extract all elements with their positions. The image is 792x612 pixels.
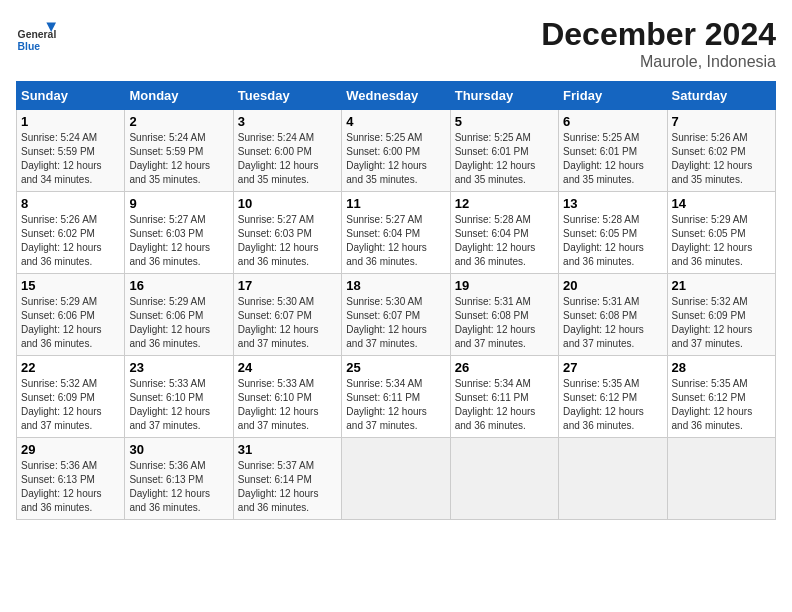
calendar-week-1: 1Sunrise: 5:24 AM Sunset: 5:59 PM Daylig… xyxy=(17,110,776,192)
days-of-week-row: SundayMondayTuesdayWednesdayThursdayFrid… xyxy=(17,82,776,110)
svg-text:Blue: Blue xyxy=(18,41,41,52)
svg-text:General: General xyxy=(18,29,56,40)
day-info: Sunrise: 5:33 AM Sunset: 6:10 PM Dayligh… xyxy=(129,377,228,433)
day-number: 23 xyxy=(129,360,228,375)
calendar-cell: 2Sunrise: 5:24 AM Sunset: 5:59 PM Daylig… xyxy=(125,110,233,192)
day-info: Sunrise: 5:35 AM Sunset: 6:12 PM Dayligh… xyxy=(563,377,662,433)
day-info: Sunrise: 5:27 AM Sunset: 6:04 PM Dayligh… xyxy=(346,213,445,269)
day-info: Sunrise: 5:32 AM Sunset: 6:09 PM Dayligh… xyxy=(21,377,120,433)
calendar-cell: 3Sunrise: 5:24 AM Sunset: 6:00 PM Daylig… xyxy=(233,110,341,192)
day-number: 10 xyxy=(238,196,337,211)
day-number: 14 xyxy=(672,196,771,211)
day-number: 15 xyxy=(21,278,120,293)
day-number: 27 xyxy=(563,360,662,375)
day-info: Sunrise: 5:26 AM Sunset: 6:02 PM Dayligh… xyxy=(21,213,120,269)
calendar-cell: 14Sunrise: 5:29 AM Sunset: 6:05 PM Dayli… xyxy=(667,192,775,274)
calendar-cell: 9Sunrise: 5:27 AM Sunset: 6:03 PM Daylig… xyxy=(125,192,233,274)
calendar-cell: 1Sunrise: 5:24 AM Sunset: 5:59 PM Daylig… xyxy=(17,110,125,192)
day-info: Sunrise: 5:36 AM Sunset: 6:13 PM Dayligh… xyxy=(129,459,228,515)
day-number: 29 xyxy=(21,442,120,457)
day-info: Sunrise: 5:26 AM Sunset: 6:02 PM Dayligh… xyxy=(672,131,771,187)
calendar-cell: 22Sunrise: 5:32 AM Sunset: 6:09 PM Dayli… xyxy=(17,356,125,438)
day-info: Sunrise: 5:24 AM Sunset: 6:00 PM Dayligh… xyxy=(238,131,337,187)
calendar-week-4: 22Sunrise: 5:32 AM Sunset: 6:09 PM Dayli… xyxy=(17,356,776,438)
day-number: 12 xyxy=(455,196,554,211)
day-number: 2 xyxy=(129,114,228,129)
day-number: 11 xyxy=(346,196,445,211)
day-number: 9 xyxy=(129,196,228,211)
calendar-cell: 6Sunrise: 5:25 AM Sunset: 6:01 PM Daylig… xyxy=(559,110,667,192)
day-info: Sunrise: 5:27 AM Sunset: 6:03 PM Dayligh… xyxy=(238,213,337,269)
day-number: 13 xyxy=(563,196,662,211)
calendar-body: 1Sunrise: 5:24 AM Sunset: 5:59 PM Daylig… xyxy=(17,110,776,520)
calendar-cell: 16Sunrise: 5:29 AM Sunset: 6:06 PM Dayli… xyxy=(125,274,233,356)
day-info: Sunrise: 5:25 AM Sunset: 6:01 PM Dayligh… xyxy=(563,131,662,187)
day-info: Sunrise: 5:25 AM Sunset: 6:01 PM Dayligh… xyxy=(455,131,554,187)
day-info: Sunrise: 5:29 AM Sunset: 6:06 PM Dayligh… xyxy=(21,295,120,351)
calendar-cell: 29Sunrise: 5:36 AM Sunset: 6:13 PM Dayli… xyxy=(17,438,125,520)
day-info: Sunrise: 5:28 AM Sunset: 6:04 PM Dayligh… xyxy=(455,213,554,269)
day-info: Sunrise: 5:24 AM Sunset: 5:59 PM Dayligh… xyxy=(21,131,120,187)
day-info: Sunrise: 5:34 AM Sunset: 6:11 PM Dayligh… xyxy=(346,377,445,433)
page-title: December 2024 xyxy=(541,16,776,53)
title-block: December 2024 Maurole, Indonesia xyxy=(541,16,776,71)
page-subtitle: Maurole, Indonesia xyxy=(541,53,776,71)
calendar-cell: 26Sunrise: 5:34 AM Sunset: 6:11 PM Dayli… xyxy=(450,356,558,438)
day-number: 17 xyxy=(238,278,337,293)
day-number: 20 xyxy=(563,278,662,293)
day-number: 4 xyxy=(346,114,445,129)
day-info: Sunrise: 5:30 AM Sunset: 6:07 PM Dayligh… xyxy=(238,295,337,351)
calendar-cell: 31Sunrise: 5:37 AM Sunset: 6:14 PM Dayli… xyxy=(233,438,341,520)
calendar-cell: 13Sunrise: 5:28 AM Sunset: 6:05 PM Dayli… xyxy=(559,192,667,274)
dow-header-tuesday: Tuesday xyxy=(233,82,341,110)
calendar-cell: 10Sunrise: 5:27 AM Sunset: 6:03 PM Dayli… xyxy=(233,192,341,274)
day-info: Sunrise: 5:32 AM Sunset: 6:09 PM Dayligh… xyxy=(672,295,771,351)
calendar-cell xyxy=(450,438,558,520)
logo: General Blue xyxy=(16,16,60,56)
calendar-week-2: 8Sunrise: 5:26 AM Sunset: 6:02 PM Daylig… xyxy=(17,192,776,274)
day-number: 28 xyxy=(672,360,771,375)
day-number: 5 xyxy=(455,114,554,129)
logo-icon: General Blue xyxy=(16,16,56,56)
day-info: Sunrise: 5:34 AM Sunset: 6:11 PM Dayligh… xyxy=(455,377,554,433)
day-number: 16 xyxy=(129,278,228,293)
calendar-cell: 7Sunrise: 5:26 AM Sunset: 6:02 PM Daylig… xyxy=(667,110,775,192)
dow-header-monday: Monday xyxy=(125,82,233,110)
day-info: Sunrise: 5:36 AM Sunset: 6:13 PM Dayligh… xyxy=(21,459,120,515)
day-info: Sunrise: 5:33 AM Sunset: 6:10 PM Dayligh… xyxy=(238,377,337,433)
calendar-cell: 21Sunrise: 5:32 AM Sunset: 6:09 PM Dayli… xyxy=(667,274,775,356)
day-info: Sunrise: 5:31 AM Sunset: 6:08 PM Dayligh… xyxy=(455,295,554,351)
day-info: Sunrise: 5:37 AM Sunset: 6:14 PM Dayligh… xyxy=(238,459,337,515)
day-info: Sunrise: 5:28 AM Sunset: 6:05 PM Dayligh… xyxy=(563,213,662,269)
dow-header-saturday: Saturday xyxy=(667,82,775,110)
day-number: 6 xyxy=(563,114,662,129)
day-info: Sunrise: 5:31 AM Sunset: 6:08 PM Dayligh… xyxy=(563,295,662,351)
day-info: Sunrise: 5:27 AM Sunset: 6:03 PM Dayligh… xyxy=(129,213,228,269)
calendar-cell: 8Sunrise: 5:26 AM Sunset: 6:02 PM Daylig… xyxy=(17,192,125,274)
day-number: 18 xyxy=(346,278,445,293)
calendar-cell xyxy=(559,438,667,520)
day-number: 26 xyxy=(455,360,554,375)
day-number: 21 xyxy=(672,278,771,293)
calendar-cell: 19Sunrise: 5:31 AM Sunset: 6:08 PM Dayli… xyxy=(450,274,558,356)
day-info: Sunrise: 5:29 AM Sunset: 6:06 PM Dayligh… xyxy=(129,295,228,351)
calendar-cell: 25Sunrise: 5:34 AM Sunset: 6:11 PM Dayli… xyxy=(342,356,450,438)
day-number: 30 xyxy=(129,442,228,457)
calendar-cell xyxy=(667,438,775,520)
calendar-week-5: 29Sunrise: 5:36 AM Sunset: 6:13 PM Dayli… xyxy=(17,438,776,520)
calendar-cell: 28Sunrise: 5:35 AM Sunset: 6:12 PM Dayli… xyxy=(667,356,775,438)
day-number: 1 xyxy=(21,114,120,129)
calendar-cell: 17Sunrise: 5:30 AM Sunset: 6:07 PM Dayli… xyxy=(233,274,341,356)
day-info: Sunrise: 5:24 AM Sunset: 5:59 PM Dayligh… xyxy=(129,131,228,187)
calendar-cell: 15Sunrise: 5:29 AM Sunset: 6:06 PM Dayli… xyxy=(17,274,125,356)
calendar-table: SundayMondayTuesdayWednesdayThursdayFrid… xyxy=(16,81,776,520)
calendar-cell: 12Sunrise: 5:28 AM Sunset: 6:04 PM Dayli… xyxy=(450,192,558,274)
calendar-cell xyxy=(342,438,450,520)
day-number: 24 xyxy=(238,360,337,375)
calendar-cell: 20Sunrise: 5:31 AM Sunset: 6:08 PM Dayli… xyxy=(559,274,667,356)
dow-header-friday: Friday xyxy=(559,82,667,110)
day-number: 25 xyxy=(346,360,445,375)
day-number: 8 xyxy=(21,196,120,211)
dow-header-sunday: Sunday xyxy=(17,82,125,110)
dow-header-thursday: Thursday xyxy=(450,82,558,110)
